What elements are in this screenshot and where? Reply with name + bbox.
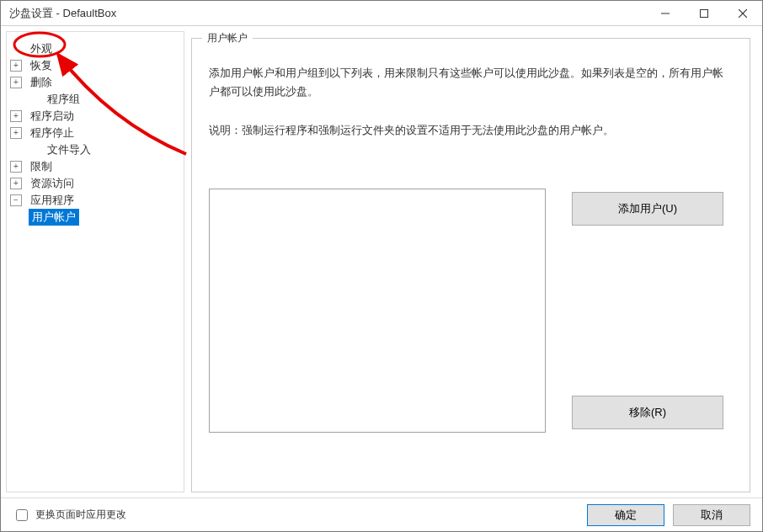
tree-item-applications[interactable]: − 应用程序 — [7, 192, 184, 209]
tree-label: 限制 — [27, 158, 56, 175]
footer-bar: 更换页面时应用更改 确定 取消 — [1, 497, 762, 531]
note-text: 说明：强制运行程序和强制运行文件夹的设置不适用于无法使用此沙盘的用户帐户。 — [209, 123, 733, 138]
expand-icon[interactable]: + — [10, 60, 22, 72]
expand-icon[interactable]: + — [10, 178, 22, 189]
tree-item-restore[interactable]: + 恢复 — [7, 57, 184, 74]
apply-on-change-input[interactable] — [16, 509, 28, 521]
expand-icon[interactable]: + — [10, 161, 22, 173]
minimize-button[interactable] — [646, 1, 685, 25]
apply-on-change-label: 更换页面时应用更改 — [35, 508, 126, 522]
tree-item-delete[interactable]: + 删除 — [7, 74, 184, 91]
tree-sidebar: 外观 + 恢复 + 删除 程序组 + 程序启动 — [6, 31, 184, 492]
ok-button[interactable]: 确定 — [587, 504, 664, 526]
tree-label: 程序启动 — [27, 108, 77, 125]
tree-label: 程序组 — [44, 91, 83, 108]
tree-label: 外观 — [27, 40, 56, 57]
user-listbox[interactable] — [209, 189, 546, 433]
groupbox-user-accounts: 用户帐户 添加用户帐户和用户组到以下列表，用来限制只有这些帐户可以使用此沙盘。如… — [191, 38, 750, 492]
close-button[interactable] — [723, 1, 762, 25]
tree-label: 程序停止 — [27, 125, 77, 141]
lower-row: 添加用户(U) 移除(R) — [209, 189, 733, 433]
add-user-button[interactable]: 添加用户(U) — [572, 192, 723, 226]
tree-label-selected: 用户帐户 — [29, 209, 79, 226]
window-body: 外观 + 恢复 + 删除 程序组 + 程序启动 — [1, 26, 762, 497]
tree-item-file-import[interactable]: 文件导入 — [7, 141, 184, 158]
content-area: 用户帐户 添加用户帐户和用户组到以下列表，用来限制只有这些帐户可以使用此沙盘。如… — [191, 38, 750, 492]
tree-label: 应用程序 — [27, 192, 77, 209]
tree-item-program-start[interactable]: + 程序启动 — [7, 108, 184, 125]
expand-icon[interactable]: + — [10, 77, 22, 88]
tree-item-appearance[interactable]: 外观 — [7, 40, 184, 57]
remove-button[interactable]: 移除(R) — [572, 396, 723, 429]
settings-window: 沙盘设置 - DefaultBox 外观 + 恢复 — [0, 0, 763, 532]
tree-toggle-none — [10, 43, 22, 55]
expand-icon[interactable]: + — [10, 127, 22, 139]
window-controls — [646, 1, 762, 25]
tree-label: 资源访问 — [27, 175, 77, 192]
groupbox-title: 用户帐户 — [202, 31, 253, 45]
tree-item-program-group[interactable]: 程序组 — [7, 91, 184, 108]
button-column: 添加用户(U) 移除(R) — [563, 189, 733, 433]
svg-rect-1 — [701, 9, 708, 17]
apply-on-change-checkbox[interactable]: 更换页面时应用更改 — [13, 507, 579, 524]
groupbox-inner: 添加用户帐户和用户组到以下列表，用来限制只有这些帐户可以使用此沙盘。如果列表是空… — [192, 39, 750, 492]
tree-item-program-stop[interactable]: + 程序停止 — [7, 125, 184, 141]
tree-toggle-none — [27, 93, 39, 105]
titlebar: 沙盘设置 - DefaultBox — [1, 1, 762, 26]
description-text: 添加用户帐户和用户组到以下列表，用来限制只有这些帐户可以使用此沙盘。如果列表是空… — [209, 64, 733, 101]
cancel-button[interactable]: 取消 — [673, 504, 750, 526]
tree-item-user-accounts[interactable]: 用户帐户 — [25, 209, 184, 226]
collapse-icon[interactable]: − — [10, 194, 22, 206]
tree-toggle-none — [27, 144, 39, 156]
tree-label: 删除 — [27, 74, 56, 91]
tree-item-restrictions[interactable]: + 限制 — [7, 158, 184, 175]
tree-item-resource-access[interactable]: + 资源访问 — [7, 175, 184, 192]
maximize-button[interactable] — [685, 1, 723, 25]
tree-root: 外观 + 恢复 + 删除 程序组 + 程序启动 — [7, 40, 184, 226]
tree-label: 文件导入 — [44, 141, 94, 158]
expand-icon[interactable]: + — [10, 110, 22, 122]
window-title: 沙盘设置 - DefaultBox — [9, 6, 646, 21]
tree-label: 恢复 — [27, 57, 56, 74]
